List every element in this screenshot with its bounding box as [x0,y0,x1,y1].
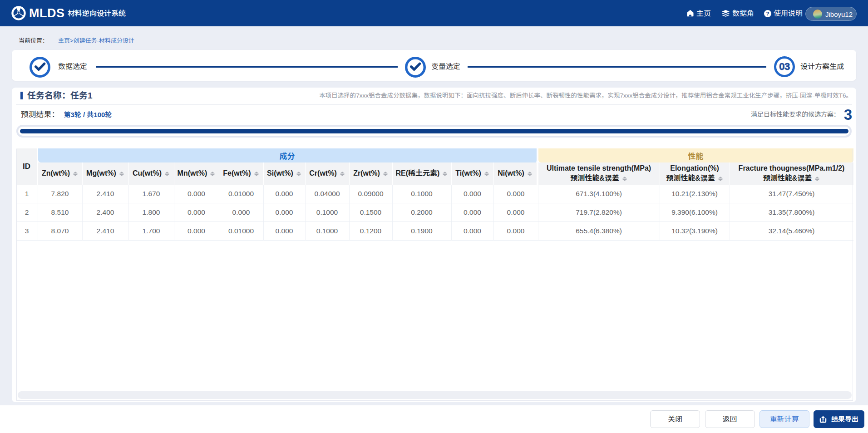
svg-text:?: ? [766,11,769,16]
